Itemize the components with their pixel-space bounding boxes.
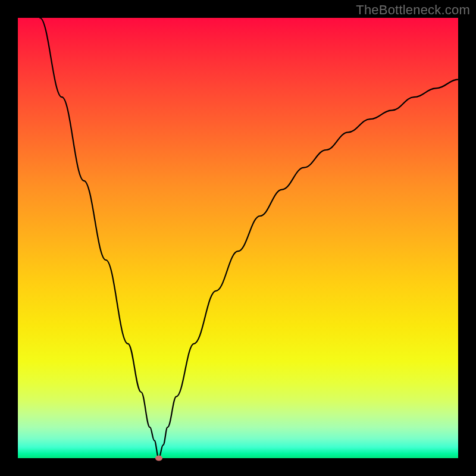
- plot-area: [18, 18, 458, 458]
- optimum-marker: [155, 456, 162, 461]
- curve-path: [40, 18, 458, 458]
- bottleneck-curve: [18, 18, 458, 458]
- chart-frame: TheBottleneck.com: [0, 0, 476, 476]
- watermark-text: TheBottleneck.com: [356, 2, 470, 18]
